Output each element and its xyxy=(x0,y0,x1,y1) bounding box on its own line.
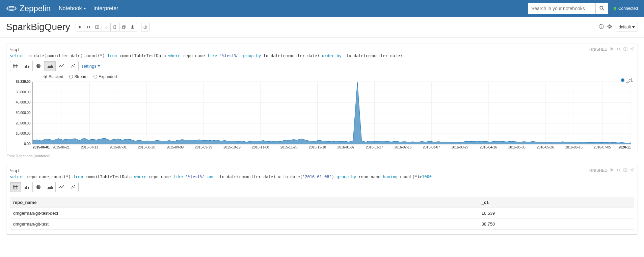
svg-text:2015-06-21: 2015-06-21 xyxy=(53,145,70,149)
svg-line-17 xyxy=(611,28,612,28)
delete-notebook-button[interactable] xyxy=(111,23,119,31)
svg-point-41 xyxy=(71,66,72,67)
svg-text:2016-01-07: 2016-01-07 xyxy=(338,145,355,149)
svg-rect-6 xyxy=(122,26,125,29)
connection-status: Connected xyxy=(614,6,638,11)
nav-interpreter[interactable]: Interpreter xyxy=(93,5,118,11)
stack-option-stacked[interactable]: Stacked xyxy=(44,74,63,79)
svg-line-116 xyxy=(631,171,631,171)
stack-option-stream[interactable]: Stream xyxy=(69,74,87,79)
svg-marker-105 xyxy=(611,168,614,172)
paragraph-2: %sql select repo_name,count(*) from comm… xyxy=(6,165,638,235)
clear-output-button[interactable] xyxy=(102,23,111,31)
radio-icon xyxy=(93,75,97,78)
caret-icon xyxy=(98,65,100,67)
paragraph-settings-button[interactable] xyxy=(630,168,634,173)
svg-point-43 xyxy=(74,66,75,67)
vis-bar-button[interactable] xyxy=(21,182,33,192)
svg-text:30,000.00: 30,000.00 xyxy=(16,111,31,115)
vis-line-button[interactable] xyxy=(56,182,67,192)
area-chart-icon xyxy=(47,185,53,189)
svg-marker-3 xyxy=(79,25,81,29)
copy-icon xyxy=(122,25,126,29)
nav-notebook[interactable]: Notebook xyxy=(59,5,86,11)
svg-text:20,000.00: 20,000.00 xyxy=(16,121,31,125)
vis-line-button[interactable] xyxy=(56,61,67,71)
hide-editor-button[interactable] xyxy=(617,168,621,173)
hide-editor-button[interactable] xyxy=(617,47,621,52)
area-chart-icon xyxy=(47,64,53,68)
interpreter-binding-button[interactable] xyxy=(607,24,612,30)
vis-table-button[interactable] xyxy=(10,61,21,71)
vis-area-button[interactable] xyxy=(44,61,56,71)
scatter-chart-icon xyxy=(70,185,75,189)
hide-output-button[interactable] xyxy=(623,168,627,173)
svg-rect-123 xyxy=(26,186,27,189)
visualization-selector-1: settings xyxy=(6,59,638,73)
vis-pie-button[interactable] xyxy=(33,182,44,192)
search-button[interactable] xyxy=(595,3,608,14)
download-icon xyxy=(131,25,134,29)
clone-notebook-button[interactable] xyxy=(119,23,128,31)
svg-text:2016-04-16: 2016-04-16 xyxy=(480,145,497,149)
notebook-body: %sql select to_date(committer_date),coun… xyxy=(0,44,644,248)
legend-dot-icon xyxy=(621,78,624,82)
svg-line-29 xyxy=(633,50,634,50)
run-paragraph-button[interactable] xyxy=(610,168,614,173)
svg-text:2016-05-26: 2016-05-26 xyxy=(537,145,554,149)
notebook-actions xyxy=(76,23,137,31)
paragraph-settings-button[interactable] xyxy=(630,47,634,52)
svg-point-1 xyxy=(600,6,603,9)
code-editor-1[interactable]: %sql select to_date(committer_date),coun… xyxy=(10,47,589,59)
stack-option-expanded[interactable]: Expanded xyxy=(93,74,117,79)
svg-text:2016-03-27: 2016-03-27 xyxy=(451,145,468,149)
svg-rect-7 xyxy=(123,26,125,28)
chart-settings-link[interactable]: settings xyxy=(81,64,100,69)
shortcuts-button[interactable]: ? xyxy=(599,24,604,30)
svg-text:2015-11-28: 2015-11-28 xyxy=(280,145,298,149)
svg-rect-38 xyxy=(26,65,27,68)
notebook-title[interactable]: SparkBigQuery xyxy=(6,22,70,32)
svg-line-28 xyxy=(631,47,631,48)
hide-output-button[interactable] xyxy=(623,47,627,52)
code-editor-2[interactable]: %sql select repo_name,count(*) from comm… xyxy=(10,168,589,180)
area-chart: _c1 0.0010,000.0020,000.0030,000.0040,00… xyxy=(10,80,634,151)
search-input[interactable] xyxy=(528,3,595,14)
export-notebook-button[interactable] xyxy=(128,23,137,31)
expand-icon xyxy=(617,47,621,51)
vis-bar-button[interactable] xyxy=(21,61,33,71)
run-paragraph-button[interactable] xyxy=(610,47,614,52)
svg-line-30 xyxy=(633,47,634,48)
vis-table-button[interactable] xyxy=(10,182,21,192)
svg-line-31 xyxy=(631,50,631,50)
show-hide-code-button[interactable] xyxy=(84,23,93,31)
cell-c1: 38,750 xyxy=(478,219,635,230)
svg-text:2016-02-16: 2016-02-16 xyxy=(394,145,411,149)
svg-line-16 xyxy=(608,25,609,26)
show-hide-output-button[interactable] xyxy=(93,23,102,31)
svg-point-44 xyxy=(74,64,75,65)
vis-scatter-button[interactable] xyxy=(67,182,79,192)
vis-pie-button[interactable] xyxy=(33,61,44,71)
col-header-c1[interactable]: _c1 xyxy=(478,197,635,208)
vis-scatter-button[interactable] xyxy=(67,61,79,71)
vis-area-button[interactable] xyxy=(44,182,56,192)
svg-text:2016-05-06: 2016-05-06 xyxy=(508,145,526,149)
col-header-repo[interactable]: repo_name xyxy=(10,197,478,208)
table-icon xyxy=(13,64,18,68)
pie-chart-icon xyxy=(36,185,41,189)
svg-marker-20 xyxy=(611,47,614,51)
connection-label: Connected xyxy=(618,6,638,11)
line-chart-icon xyxy=(59,185,64,189)
svg-rect-32 xyxy=(13,64,18,68)
table-row: dmgerman/git-test38,750 xyxy=(10,219,634,230)
paragraph-controls-2: FINISHED xyxy=(589,168,634,173)
mode-selector[interactable]: default xyxy=(616,23,638,31)
keyboard-icon: ? xyxy=(599,24,604,29)
zeppelin-logo-icon xyxy=(6,4,17,13)
svg-line-113 xyxy=(631,168,631,169)
svg-rect-124 xyxy=(28,187,29,189)
scheduler-button[interactable] xyxy=(141,23,150,31)
run-all-button[interactable] xyxy=(76,23,84,31)
brand[interactable]: Zeppelin xyxy=(6,4,51,13)
